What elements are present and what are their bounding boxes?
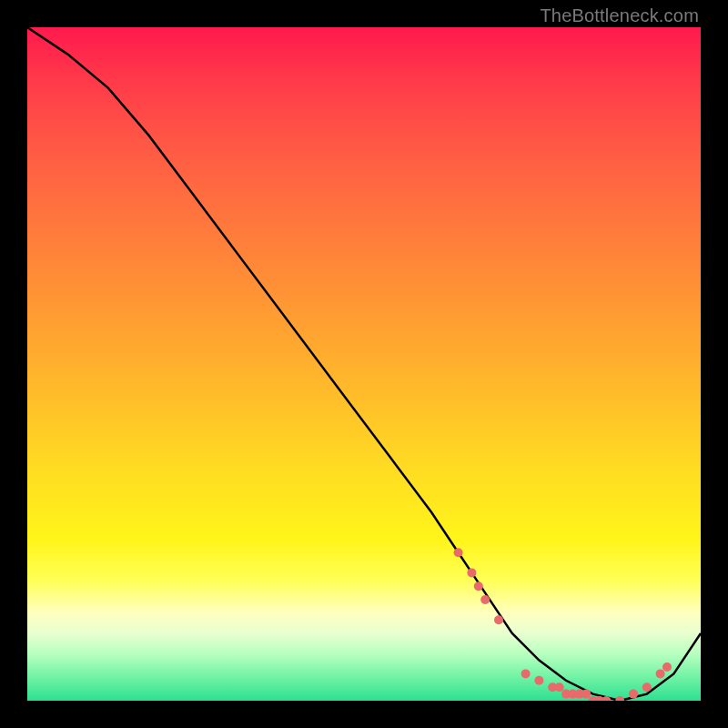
curve-marker: [581, 690, 591, 699]
chart-container: TheBottleneck.com: [0, 0, 728, 728]
curve-marker: [662, 662, 672, 672]
curve-marker: [474, 581, 483, 591]
curve-marker: [642, 682, 652, 692]
plot-area: [27, 27, 701, 701]
curve-marker: [454, 548, 463, 557]
bottleneck-curve: [27, 27, 701, 701]
curve-marker: [521, 669, 531, 678]
curve-marker: [629, 690, 638, 699]
curve-marker: [534, 676, 543, 685]
curve-marker: [615, 696, 624, 701]
curve-marker: [480, 595, 490, 604]
watermark-text: TheBottleneck.com: [540, 5, 699, 26]
curve-marker: [555, 682, 564, 692]
curve-marker: [494, 615, 503, 624]
curve-marker: [656, 669, 665, 678]
curve-marker: [467, 568, 476, 577]
chart-svg: [27, 27, 701, 701]
